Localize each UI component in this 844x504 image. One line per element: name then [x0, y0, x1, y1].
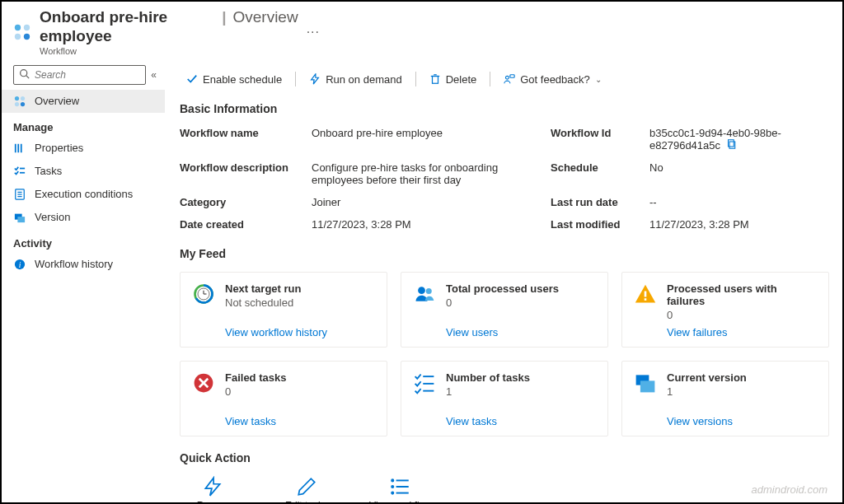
feedback-button[interactable]: Got feedback? ⌄: [497, 70, 608, 89]
schedule-value: No: [649, 161, 839, 186]
sidebar-item-label: Properties: [35, 142, 83, 154]
card-current-version: Current version 1 View versions: [621, 361, 829, 436]
svg-rect-20: [17, 217, 25, 222]
svg-point-54: [392, 486, 393, 488]
svg-marker-49: [205, 478, 219, 496]
card-value: 1: [446, 385, 530, 398]
workflow-desc-label: Workflow description: [180, 161, 303, 186]
svg-rect-11: [17, 144, 19, 153]
last-run-value: --: [649, 196, 839, 208]
sidebar-heading-activity: Activity: [2, 229, 165, 253]
basic-info-heading: Basic Information: [180, 102, 829, 115]
view-tasks-link[interactable]: View tasks: [413, 415, 596, 427]
sidebar-item-label: Overview: [35, 95, 79, 107]
card-value: 0: [225, 385, 286, 398]
quick-action-run-on-demand[interactable]: Run on demand: [180, 476, 246, 502]
collapse-sidebar-button[interactable]: «: [151, 69, 157, 81]
card-title: Failed tasks: [225, 371, 286, 384]
version-stack-icon: [634, 371, 657, 394]
copy-icon[interactable]: [727, 139, 737, 152]
page-header: Onboard pre-hire employee | Overview Wor…: [2, 2, 842, 65]
view-versions-link[interactable]: View versions: [634, 415, 817, 427]
quick-action-edit-tasks[interactable]: Edit tasks: [274, 476, 340, 502]
separator: [295, 72, 296, 86]
svg-rect-39: [645, 291, 647, 296]
card-next-target-run: Next target run Not scheduled View workf…: [180, 272, 387, 348]
svg-text:i: i: [19, 259, 21, 268]
date-created-label: Date created: [180, 218, 303, 231]
card-title: Processed users with failures: [667, 282, 817, 307]
schedule-label: Schedule: [551, 161, 641, 186]
svg-rect-40: [645, 298, 647, 301]
view-failures-link[interactable]: View failures: [634, 326, 817, 338]
more-button[interactable]: ···: [307, 25, 831, 40]
sidebar-item-label: Workflow history: [35, 258, 113, 270]
run-on-demand-button[interactable]: Run on demand: [302, 70, 409, 89]
category-label: Category: [180, 196, 303, 208]
sidebar-item-properties[interactable]: Properties: [2, 137, 165, 160]
workflow-desc-value: Configure pre-hire tasks for onboarding …: [312, 161, 542, 186]
sidebar-item-overview[interactable]: Overview: [2, 90, 165, 113]
info-icon: i: [13, 258, 26, 271]
quick-action-heading: Quick Action: [180, 451, 829, 464]
delete-button[interactable]: Delete: [423, 70, 484, 89]
overview-icon: [13, 95, 26, 108]
svg-point-55: [392, 492, 393, 493]
svg-point-7: [21, 96, 25, 100]
svg-point-1: [24, 25, 30, 30]
command-bar: Enable schedule Run on demand Delete Got…: [180, 65, 829, 97]
workflow-logo-icon: [13, 23, 31, 41]
card-title: Next target run: [225, 282, 301, 295]
svg-rect-48: [640, 380, 655, 392]
view-workflow-history-link[interactable]: View workflow history: [192, 326, 375, 338]
separator: [490, 72, 490, 86]
card-processed-users-failures: Processed users with failures 0 View fai…: [621, 272, 829, 348]
basic-info-grid: Workflow name Onboard pre-hire employee …: [180, 127, 829, 231]
quick-action-row: Run on demand Edit tasks View workflow h…: [180, 476, 829, 502]
card-number-of-tasks: Number of tasks 1 View tasks: [401, 361, 608, 436]
svg-point-0: [15, 25, 21, 30]
workflow-name-label: Workflow name: [180, 127, 303, 152]
chevron-down-icon: ⌄: [595, 75, 602, 84]
svg-point-6: [15, 96, 19, 100]
sidebar-item-version[interactable]: Version: [2, 206, 165, 229]
sidebar-item-tasks[interactable]: Tasks: [2, 160, 165, 183]
svg-marker-23: [312, 74, 319, 84]
svg-point-37: [426, 288, 432, 294]
search-icon: [19, 68, 30, 82]
main-content: Enable schedule Run on demand Delete Got…: [166, 65, 842, 502]
view-users-link[interactable]: View users: [413, 326, 596, 338]
feed-cards: Next target run Not scheduled View workf…: [180, 272, 829, 436]
card-title: Total processed users: [446, 282, 559, 295]
sidebar-item-workflow-history[interactable]: i Workflow history: [2, 253, 165, 276]
category-value: Joiner: [312, 196, 542, 208]
enable-schedule-button[interactable]: Enable schedule: [180, 70, 288, 89]
sidebar-item-execution-conditions[interactable]: Execution conditions: [2, 183, 165, 206]
last-modified-value: 11/27/2023, 3:28 PM: [649, 218, 839, 231]
lightning-icon: [202, 476, 223, 497]
svg-rect-10: [15, 144, 16, 153]
search-input[interactable]: [35, 69, 140, 81]
quick-action-view-workflow-history[interactable]: View workflow history: [368, 476, 434, 502]
workflow-name-value: Onboard pre-hire employee: [312, 127, 542, 152]
svg-rect-24: [432, 77, 438, 84]
tasks-icon: [13, 165, 26, 178]
separator: [415, 72, 416, 86]
card-value: 0: [667, 309, 817, 321]
svg-line-5: [26, 76, 29, 78]
users-icon: [413, 282, 436, 306]
search-input-wrapper[interactable]: [13, 65, 146, 85]
view-tasks-link[interactable]: View tasks: [192, 415, 375, 427]
svg-point-9: [21, 102, 25, 106]
sidebar-item-label: Version: [35, 211, 70, 223]
sidebar-item-label: Execution conditions: [35, 188, 133, 200]
svg-point-2: [15, 34, 21, 40]
workflow-id-value: b35cc0c1-9d94-4eb0-98be-e82796d41a5c: [649, 127, 839, 152]
svg-point-36: [418, 287, 425, 294]
page-title: Onboard pre-hire employee: [40, 8, 215, 46]
svg-rect-28: [510, 75, 514, 78]
properties-icon: [13, 142, 26, 155]
card-value: 0: [446, 296, 559, 309]
card-total-processed-users: Total processed users 0 View users: [401, 272, 608, 348]
card-title: Current version: [667, 371, 747, 384]
